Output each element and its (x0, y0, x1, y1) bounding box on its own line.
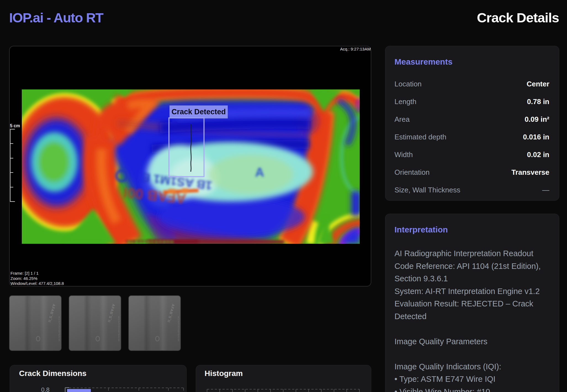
svg-text:A: A (255, 165, 264, 179)
